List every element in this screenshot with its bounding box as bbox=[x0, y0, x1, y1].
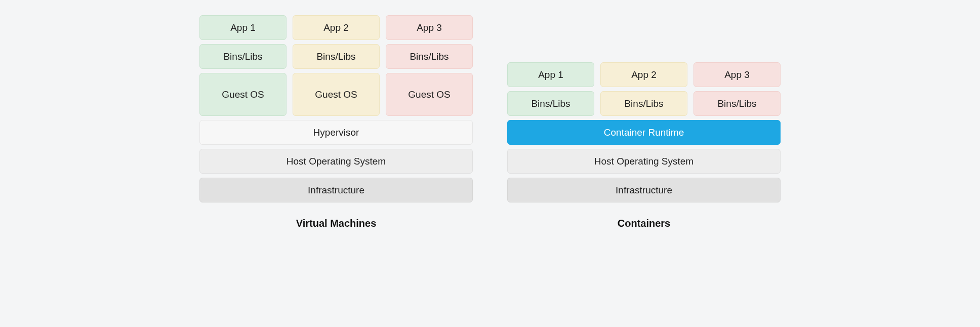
ct-title: Containers bbox=[618, 218, 670, 229]
vm-title: Virtual Machines bbox=[296, 218, 377, 229]
ct-host-os-box: Host Operating System bbox=[507, 149, 781, 174]
vm-app-box: App 1 bbox=[199, 15, 287, 40]
vm-guest-row: Guest OS Guest OS Guest OS bbox=[199, 73, 473, 116]
vm-bins-box: Bins/Libs bbox=[293, 44, 380, 69]
vm-bins-box: Bins/Libs bbox=[386, 44, 473, 69]
ct-infra-box: Infrastructure bbox=[507, 178, 781, 202]
vm-bins-box: Bins/Libs bbox=[199, 44, 287, 69]
vm-app-box: App 3 bbox=[386, 15, 473, 40]
containers-stack: App 1 App 2 App 3 Bins/Libs Bins/Libs Bi… bbox=[507, 62, 781, 229]
ct-bins-box: Bins/Libs bbox=[693, 91, 781, 116]
ct-bins-row: Bins/Libs Bins/Libs Bins/Libs bbox=[507, 91, 781, 116]
vm-guest-os-box: Guest OS bbox=[293, 73, 380, 116]
ct-apps-row: App 1 App 2 App 3 bbox=[507, 62, 781, 87]
ct-app-box: App 2 bbox=[600, 62, 687, 87]
vm-guest-os-box: Guest OS bbox=[199, 73, 287, 116]
ct-runtime-box: Container Runtime bbox=[507, 120, 781, 145]
ct-app-box: App 1 bbox=[507, 62, 594, 87]
vm-infra-box: Infrastructure bbox=[199, 178, 473, 202]
vm-apps-row: App 1 App 2 App 3 bbox=[199, 15, 473, 40]
vm-bins-row: Bins/Libs Bins/Libs Bins/Libs bbox=[199, 44, 473, 69]
vm-guest-os-box: Guest OS bbox=[386, 73, 473, 116]
vm-hypervisor-box: Hypervisor bbox=[199, 120, 473, 145]
ct-app-box: App 3 bbox=[693, 62, 781, 87]
vm-app-box: App 2 bbox=[293, 15, 380, 40]
ct-bins-box: Bins/Libs bbox=[600, 91, 687, 116]
diagram-wrap: App 1 App 2 App 3 Bins/Libs Bins/Libs Bi… bbox=[199, 15, 781, 229]
vm-stack: App 1 App 2 App 3 Bins/Libs Bins/Libs Bi… bbox=[199, 15, 473, 229]
vm-host-os-box: Host Operating System bbox=[199, 149, 473, 174]
ct-bins-box: Bins/Libs bbox=[507, 91, 594, 116]
